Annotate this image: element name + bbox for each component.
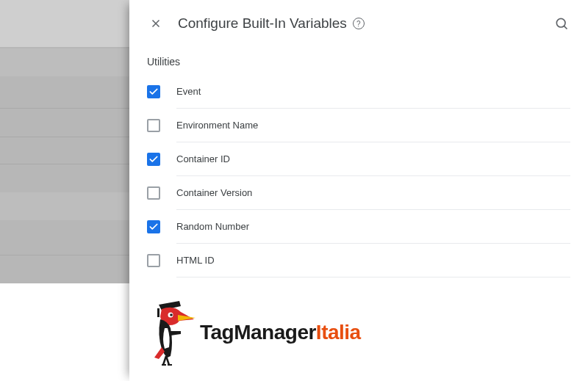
variable-row[interactable]: Environment Name <box>147 109 570 142</box>
svg-rect-2 <box>157 308 159 317</box>
panel-title: Configure Built-In Variables ? <box>178 15 365 32</box>
logo-text: TagManagerItalia <box>200 321 361 344</box>
variable-label: Container ID <box>176 142 570 176</box>
variable-row[interactable]: HTML ID <box>147 244 570 277</box>
checkbox[interactable] <box>147 254 160 267</box>
logo-text-1: TagManager <box>200 321 316 344</box>
logo-text-2: Italia <box>316 321 361 344</box>
search-icon <box>554 16 569 31</box>
variable-label: Random Number <box>176 210 570 244</box>
section-title: Utilities <box>147 56 570 68</box>
close-icon <box>149 17 162 30</box>
check-icon <box>148 222 159 232</box>
variable-row[interactable]: Container ID <box>147 142 570 176</box>
variable-label: Event <box>176 75 570 109</box>
panel-title-text: Configure Built-In Variables <box>178 15 347 32</box>
checkbox[interactable] <box>147 119 160 132</box>
checkbox[interactable] <box>147 85 160 98</box>
variable-label: Container Version <box>176 176 570 210</box>
close-button[interactable] <box>141 9 171 38</box>
configure-panel: Configure Built-In Variables ? Utilities… <box>129 0 588 381</box>
check-icon <box>148 154 159 164</box>
woodpecker-icon <box>144 299 196 366</box>
checkbox[interactable] <box>147 186 160 200</box>
check-icon <box>148 87 159 97</box>
brand-logo: TagManagerItalia <box>144 299 361 366</box>
svg-point-0 <box>556 18 565 27</box>
variable-label: Environment Name <box>176 109 570 142</box>
panel-header: Configure Built-In Variables ? <box>129 0 588 47</box>
search-button[interactable] <box>547 9 576 38</box>
checkbox[interactable] <box>147 153 160 166</box>
variable-row[interactable]: Event <box>147 75 570 109</box>
utilities-section: Utilities EventEnvironment NameContainer… <box>129 47 588 277</box>
variable-label: HTML ID <box>176 244 570 277</box>
help-icon[interactable]: ? <box>353 18 365 29</box>
variable-row[interactable]: Container Version <box>147 176 570 210</box>
svg-point-4 <box>170 313 173 316</box>
variable-list: EventEnvironment NameContainer IDContain… <box>147 75 570 277</box>
checkbox[interactable] <box>147 220 160 233</box>
variable-row[interactable]: Random Number <box>147 210 570 244</box>
modal-backdrop <box>0 0 129 283</box>
